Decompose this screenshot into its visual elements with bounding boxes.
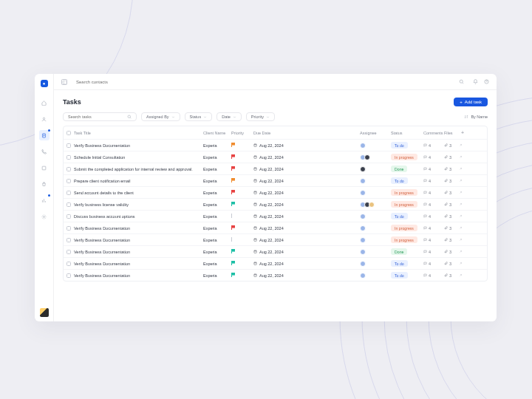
comments-cell[interactable]: 4 [423,155,444,160]
assignee-avatar[interactable] [364,154,370,160]
filter-assigned-by[interactable]: Assigned By [141,112,180,121]
comments-cell[interactable]: 4 [423,179,444,183]
task-title[interactable]: Send account details to the client [74,191,203,195]
files-cell[interactable]: 3 [444,226,459,231]
priority-cell[interactable] [231,273,253,278]
files-cell[interactable]: 3 [444,250,459,254]
row-checkbox[interactable] [66,167,71,171]
nav-calls[interactable] [39,146,50,157]
row-checkbox[interactable] [66,155,71,160]
due-date-cell[interactable]: Aug 22, 2024 [253,191,316,195]
assignees[interactable] [360,190,391,196]
due-date-cell[interactable]: Aug 22, 2024 [253,238,316,242]
due-date-cell[interactable]: Aug 22, 2024 [253,155,316,160]
app-logo[interactable]: ● [41,80,48,87]
task-title[interactable]: Verify Business Documentation [74,238,203,242]
row-checkbox[interactable] [66,250,71,254]
assignees[interactable] [360,249,391,255]
priority-cell[interactable] [231,237,253,242]
task-title[interactable]: Discuss business account options [74,214,203,219]
assignee-avatar[interactable] [360,190,366,196]
assignees[interactable] [360,225,391,231]
col-priority[interactable]: Priority [231,131,253,135]
files-cell[interactable]: 3 [444,262,459,266]
nav-inbox[interactable] [39,163,50,173]
comments-cell[interactable]: 4 [423,273,444,278]
comments-cell[interactable]: 4 [423,262,444,266]
assignee-avatar[interactable] [360,178,366,184]
priority-cell[interactable] [231,261,253,266]
nav-contacts[interactable] [39,114,50,124]
assignees[interactable] [360,166,391,172]
row-checkbox[interactable] [66,143,71,148]
due-date-cell[interactable]: Aug 22, 2024 [253,202,316,207]
col-client[interactable]: Client Name [203,131,231,135]
task-title[interactable]: Verify Business Documentation [74,226,203,231]
search-tasks-input[interactable] [68,115,127,119]
add-column-button[interactable]: + [459,130,466,135]
col-assignee[interactable]: Assignee [360,131,391,135]
due-date-cell[interactable]: Aug 22, 2024 [253,179,316,183]
nav-settings[interactable] [39,211,50,222]
assignee-avatar[interactable] [360,237,366,243]
task-title[interactable]: Verify business license validity [74,202,203,207]
col-status[interactable]: Status [391,131,423,135]
open-task-icon[interactable] [459,238,466,242]
table-row[interactable]: Send account details to the client Exper… [64,187,487,199]
priority-cell[interactable] [231,249,253,254]
priority-cell[interactable] [231,225,253,231]
open-task-icon[interactable] [459,226,466,231]
status-badge[interactable]: Done [391,166,407,172]
nav-tasks[interactable] [39,130,50,140]
row-checkbox[interactable] [66,273,71,278]
status-badge[interactable]: In progress [391,201,417,208]
assignees[interactable] [360,154,391,160]
priority-cell[interactable] [231,202,253,207]
global-search-input[interactable] [76,80,454,84]
task-title[interactable]: Verify Business Documentation [74,262,203,266]
files-cell[interactable]: 3 [444,155,459,160]
assignees[interactable] [360,261,391,267]
files-cell[interactable]: 3 [444,143,459,148]
due-date-cell[interactable]: Aug 22, 2024 [253,262,316,266]
col-title[interactable]: Task Title [74,131,203,135]
col-files[interactable]: Files [444,131,459,135]
assignee-avatar[interactable] [360,166,366,172]
assignee-avatar[interactable] [369,202,375,208]
priority-cell[interactable] [231,178,253,183]
comments-cell[interactable]: 4 [423,238,444,242]
due-date-cell[interactable]: Aug 22, 2024 [253,226,316,231]
task-title[interactable]: Schedule Initial Consultation [74,155,203,160]
row-checkbox[interactable] [66,238,71,242]
status-badge[interactable]: To do [391,177,408,184]
nav-home[interactable] [39,98,50,108]
status-badge[interactable]: In progress [391,154,417,160]
due-date-cell[interactable]: Aug 22, 2024 [253,214,316,219]
open-task-icon[interactable] [459,179,466,183]
table-row[interactable]: Verify Business Documentation Experia Au… [64,222,487,234]
user-avatar[interactable] [40,308,49,317]
files-cell[interactable]: 3 [444,238,459,242]
files-cell[interactable]: 3 [444,179,459,183]
table-row[interactable]: Verify business license validity Experia… [64,199,487,211]
row-checkbox[interactable] [66,202,71,207]
comments-cell[interactable]: 4 [423,167,444,171]
nav-orders[interactable] [39,179,50,189]
due-date-cell[interactable]: Aug 22, 2024 [253,143,316,148]
status-badge[interactable]: In progress [391,225,417,231]
search-tasks[interactable] [63,112,137,121]
table-row[interactable]: Verify Business Documentation Experia Au… [64,258,487,270]
status-badge[interactable]: In progress [391,189,417,196]
comments-cell[interactable]: 4 [423,226,444,231]
comments-cell[interactable]: 4 [423,191,444,195]
assignees[interactable] [360,273,391,279]
global-search[interactable] [72,79,468,84]
priority-cell[interactable] [231,214,253,219]
priority-cell[interactable] [231,143,253,148]
filter-date[interactable]: Date [216,112,242,121]
table-row[interactable]: Submit the completed application for int… [64,163,487,175]
open-task-icon[interactable] [459,143,466,148]
layout-toggle-icon[interactable] [61,79,67,85]
open-task-icon[interactable] [459,273,466,278]
select-all-checkbox[interactable] [66,131,71,135]
